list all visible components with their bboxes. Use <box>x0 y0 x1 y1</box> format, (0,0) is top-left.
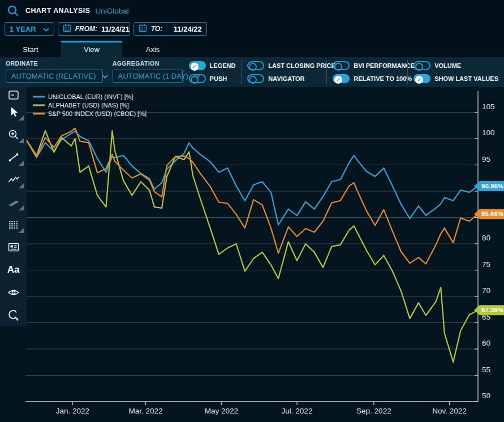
toggle-relative-to-100[interactable]: ✓ RELATIVE TO 100% <box>333 74 402 84</box>
collapse-panel-icon[interactable] <box>7 89 20 101</box>
to-date-field[interactable]: TO: 11/24/22 <box>133 22 207 36</box>
toggle-switch: ✓ <box>247 61 264 70</box>
calendar-icon <box>63 24 71 34</box>
svg-text:90.96%: 90.96% <box>481 183 503 190</box>
grid-tool-icon[interactable] <box>0 213 27 236</box>
svg-text:85.66%: 85.66% <box>481 210 503 217</box>
toggle-group-1: ✓ LEGEND ✓ PUSH <box>183 57 242 87</box>
svg-text:May 2022: May 2022 <box>205 407 238 415</box>
text-tool-icon[interactable]: Aa <box>0 259 27 281</box>
ordinate-section: ORDINATE AUTOMATIC (RELATIVE) <box>0 57 107 87</box>
svg-text:Jul. 2022: Jul. 2022 <box>282 407 313 415</box>
page-title: CHART ANALYSIS <box>25 7 90 15</box>
svg-text:Mar. 2022: Mar. 2022 <box>129 407 163 415</box>
ordinate-label: ORDINATE <box>6 60 107 68</box>
price-chart[interactable]: 1051009580757065605550Jan. 2022Mar. 2022… <box>0 87 504 422</box>
cursor-tool-icon[interactable] <box>0 101 27 123</box>
svg-text:95: 95 <box>482 155 490 163</box>
app-header: CHART ANALYSIS UniGlobal <box>0 0 504 21</box>
toggle-legend[interactable]: ✓ LEGEND <box>189 61 236 71</box>
svg-text:ALPHABET (USD) (NAS) [%]: ALPHABET (USD) (NAS) [%] <box>48 102 129 109</box>
toggle-last-closing-price[interactable]: ✓ LAST CLOSING PRICE <box>247 61 321 71</box>
svg-text:70: 70 <box>482 286 490 295</box>
toggle-group-4: ✓ VOLUME ✓ SHOW LAST VALUES <box>408 57 504 87</box>
toggle-switch: ✓ <box>247 74 264 83</box>
tab-start[interactable]: Start <box>0 42 61 57</box>
toggle-show-last-values[interactable]: ✓ SHOW LAST VALUES <box>413 74 498 84</box>
toggle-bvi-performance[interactable]: ✓ BVI PERFORMANCE <box>333 61 402 71</box>
svg-text:100: 100 <box>482 128 495 137</box>
toggle-navigator[interactable]: ✓ NAVIGATOR <box>247 74 321 84</box>
toggle-group-2: ✓ LAST CLOSING PRICE ✓ NAVIGATOR <box>242 57 326 87</box>
tab-view[interactable]: View <box>61 41 122 57</box>
news-card-tool-icon[interactable] <box>0 236 27 259</box>
svg-text:Nov. 2022: Nov. 2022 <box>432 407 467 415</box>
svg-text:75: 75 <box>482 260 490 269</box>
calendar-icon <box>139 24 147 34</box>
toggle-switch: ✓ <box>189 74 206 83</box>
instrument-name: UniGlobal <box>95 7 128 15</box>
tab-bar: Start View Axis <box>0 41 504 57</box>
svg-text:50: 50 <box>482 391 490 400</box>
aggregation-dropdown[interactable]: AUTOMATIC (1 DAY) <box>113 70 183 83</box>
zoom-in-tool-icon[interactable] <box>0 123 27 146</box>
aggregation-value: AUTOMATIC (1 DAY) <box>118 72 188 80</box>
svg-text:Jan. 2022: Jan. 2022 <box>56 407 89 415</box>
toggle-push[interactable]: ✓ PUSH <box>189 74 236 84</box>
chevron-down-icon <box>43 25 49 33</box>
search-icon[interactable] <box>6 3 20 18</box>
rectangle-tool-icon[interactable] <box>0 191 27 214</box>
toggle-switch: ✓ <box>413 74 430 83</box>
to-value: 11/24/22 <box>174 25 202 33</box>
zigzag-line-tool-icon[interactable] <box>0 169 27 191</box>
svg-text:60: 60 <box>482 339 490 347</box>
toggle-switch: ✓ <box>189 61 206 70</box>
from-label: FROM: <box>75 25 97 33</box>
svg-text:55: 55 <box>482 365 490 374</box>
toggle-switch: ✓ <box>413 61 430 70</box>
aggregation-label: AGGREGATION <box>113 60 183 68</box>
svg-text:UNIGLOBAL (EUR) (INVF) [%]: UNIGLOBAL (EUR) (INVF) [%] <box>48 93 133 100</box>
svg-text:S&P 500 INDEX (USD) (CBOE) [%]: S&P 500 INDEX (USD) (CBOE) [%] <box>48 110 147 117</box>
toggle-group-3: ✓ BVI PERFORMANCE ✓ RELATIVE TO 100% <box>327 57 407 87</box>
svg-text:Sep. 2022: Sep. 2022 <box>356 407 391 415</box>
chart-area[interactable]: 1051009580757065605550Jan. 2022Mar. 2022… <box>0 87 504 422</box>
svg-text:67.38%: 67.38% <box>481 307 503 313</box>
toggle-volume[interactable]: ✓ VOLUME <box>413 61 498 71</box>
tab-axis[interactable]: Axis <box>122 42 183 57</box>
svg-text:105: 105 <box>482 102 495 111</box>
ordinate-value: AUTOMATIC (RELATIVE) <box>11 72 96 80</box>
from-date-field[interactable]: FROM: 11/24/21 <box>58 22 130 36</box>
trend-line-tool-icon[interactable] <box>0 146 27 169</box>
from-value: 11/24/21 <box>101 25 130 33</box>
svg-text:80: 80 <box>482 234 490 242</box>
magnet-tool-icon[interactable] <box>0 304 27 326</box>
view-toolbar: ORDINATE AUTOMATIC (RELATIVE) AGGREGATIO… <box>0 57 504 87</box>
range-dropdown[interactable]: 1 YEAR <box>5 22 54 36</box>
aggregation-section: AGGREGATION AUTOMATIC (1 DAY) <box>107 57 183 87</box>
range-dropdown-label: 1 YEAR <box>10 25 36 33</box>
date-range-controls: 1 YEAR FROM: 11/24/21 TO: 11/24/22 <box>0 21 504 36</box>
ordinate-dropdown[interactable]: AUTOMATIC (RELATIVE) <box>6 70 103 83</box>
drawing-toolbar: Aa <box>0 87 27 326</box>
toggle-switch: ✓ <box>333 61 350 70</box>
visibility-tool-icon[interactable] <box>0 281 27 304</box>
to-label: TO: <box>151 25 162 33</box>
toggle-switch: ✓ <box>333 74 350 83</box>
